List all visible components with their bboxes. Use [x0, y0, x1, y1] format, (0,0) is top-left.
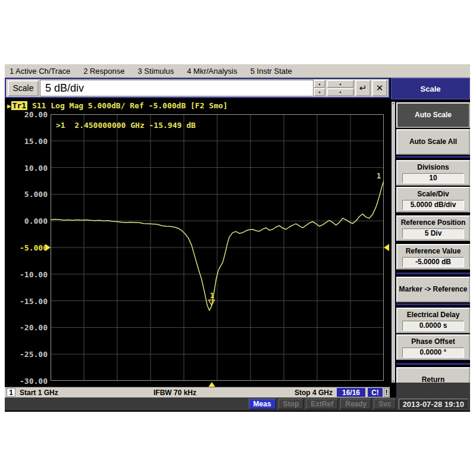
y-axis-tick-label: -5.000	[13, 243, 48, 252]
coarse-step-up-button[interactable]: ▲	[327, 80, 354, 88]
datetime-display: 2013-07-28 19:10	[399, 399, 468, 409]
softkey-label: Phase Offset	[411, 337, 455, 346]
y-axis-tick-label: 5.000	[13, 190, 48, 199]
y-axis-tick-label: -30.00	[13, 377, 48, 386]
trace-number-badge: Tr1	[11, 101, 27, 110]
y-axis-tick-label: 20.00	[13, 110, 48, 119]
softkey-value: 10	[402, 173, 464, 183]
softkey-reference-position[interactable]: Reference Position5 Div	[396, 215, 470, 241]
softkey-menu-title: Scale	[391, 78, 470, 99]
down-arrow-icon: ▼	[318, 90, 321, 94]
trace-status-line: ▶Tr1 S11 Log Mag 5.000dB/ Ref -5.000dB […	[7, 101, 228, 110]
y-axis-tick-label: -20.00	[13, 323, 48, 332]
up-arrow-icon: ▲	[339, 82, 342, 86]
active-trace-arrow-icon: ▶	[7, 102, 11, 110]
softkey-label: Divisions	[417, 163, 449, 172]
coarse-step-down-button[interactable]: ▼	[327, 88, 354, 96]
status-indicator-ready: Ready	[340, 399, 371, 409]
trace-settings-text: S11 Log Mag 5.000dB/ Ref -5.000dB [F2 Sm…	[27, 101, 228, 110]
calibration-badge: C!	[368, 388, 383, 397]
softkey-value: 0.0000 s	[402, 321, 464, 331]
sidebar-filler	[396, 383, 470, 397]
status-indicator-stop: Stop	[278, 399, 304, 409]
softkey-separator	[396, 156, 470, 158]
softkey-auto-scale-all[interactable]: Auto Scale All	[396, 129, 470, 155]
channel-status-bar: 1 Start 1 GHz IFBW 70 kHz Stop 4 GHz 16/…	[5, 387, 390, 397]
scroll-up-icon: ▲	[392, 102, 394, 105]
close-icon: ✕	[376, 83, 384, 93]
y-axis-tick-label: -15.00	[13, 297, 48, 306]
coarse-stepper: ▲ ▼	[327, 80, 354, 96]
alert-badge: !	[384, 388, 389, 397]
step-down-button[interactable]: ▼	[314, 88, 325, 96]
softkey-separator	[396, 363, 470, 365]
menu-item-stimulus[interactable]: 3 Stimulus	[138, 67, 174, 76]
fine-stepper: ▲ ▼	[314, 80, 325, 96]
down-arrow-icon: ▼	[339, 90, 342, 94]
scale-toolbar: Scale 5 dB/div ▲ ▼ ▲ ▼ ↵ ✕	[5, 78, 390, 98]
softkey-label: Reference Value	[406, 247, 461, 256]
softkey-auto-scale[interactable]: Auto Scale	[396, 102, 470, 128]
softkey-value: 5.0000 dB/div	[402, 200, 464, 210]
softkey-value: 5 Div	[402, 228, 464, 239]
reference-level-right-icon	[384, 244, 389, 251]
softkey-reference-value[interactable]: Reference Value-5.0000 dB	[396, 244, 470, 270]
toolbar-scale-label: Scale	[8, 80, 39, 96]
status-indicator-svc: Svc	[374, 399, 396, 409]
softkey-scrollbar[interactable]: ▲ ▼	[392, 102, 395, 383]
scroll-down-icon: ▼	[392, 380, 394, 383]
analyzer-screen: 1 Active Ch/Trace2 Response3 Stimulus4 M…	[5, 64, 470, 412]
softkey-label: Reference Position	[401, 218, 466, 227]
softkey-divisions[interactable]: Divisions10	[396, 160, 470, 186]
stop-frequency-label: Stop 4 GHz	[295, 389, 333, 397]
softkey-marker-reference[interactable]: Marker -> Reference	[396, 277, 470, 302]
softkey-scale-div[interactable]: Scale/Div5.0000 dB/div	[396, 187, 470, 212]
menu-item-response[interactable]: 2 Response	[83, 67, 124, 76]
display-area: ▶Tr1 S11 Log Mag 5.000dB/ Ref -5.000dB […	[5, 98, 390, 387]
softkey-electrical-delay[interactable]: Electrical Delay0.0000 s	[396, 308, 470, 333]
softkey-buttons: Auto ScaleAuto Scale AllDivisions10Scale…	[396, 101, 470, 394]
menu-item-instr[interactable]: 5 Instr State	[250, 67, 292, 76]
status-indicators: MeasStopExtRefReadySvc	[249, 399, 396, 409]
channel-number-badge: 1	[7, 388, 15, 397]
y-axis-tick-label: 0.000	[13, 217, 48, 226]
system-status-bar: MeasStopExtRefReadySvc 2013-07-28 19:10	[5, 397, 470, 411]
ifbw-label: IFBW 70 kHz	[154, 389, 196, 397]
menu-item-active[interactable]: 1 Active Ch/Trace	[10, 67, 70, 76]
enter-icon: ↵	[359, 83, 367, 93]
step-up-button[interactable]: ▲	[314, 80, 325, 88]
softkey-label: Scale/Div	[417, 190, 449, 199]
scale-entry-field[interactable]: 5 dB/div	[40, 80, 314, 96]
measurement-plot: 11	[51, 114, 384, 381]
softkey-separator	[396, 303, 470, 305]
enter-button[interactable]: ↵	[355, 80, 371, 96]
y-axis-tick-label: -10.00	[13, 270, 48, 279]
softkey-label: Auto Scale	[415, 111, 452, 120]
softkey-value: -5.0000 dB	[402, 257, 464, 267]
softkey-sidebar: Scale ▲ ▼ Auto ScaleAuto Scale AllDivisi…	[391, 78, 470, 397]
softkey-separator	[396, 273, 470, 274]
softkey-phase-offset[interactable]: Phase Offset0.0000 °	[396, 334, 470, 360]
up-arrow-icon: ▲	[318, 82, 321, 86]
svg-text:1: 1	[377, 172, 381, 180]
y-axis-tick-label: 15.00	[13, 137, 48, 146]
close-button[interactable]: ✕	[372, 80, 387, 96]
reference-level-left-icon	[45, 244, 51, 251]
svg-text:1: 1	[210, 292, 214, 300]
softkey-label: Marker -> Reference	[399, 285, 467, 294]
status-indicator-meas: Meas	[249, 399, 276, 409]
start-frequency-label: Start 1 GHz	[20, 389, 58, 397]
sweep-points-badge: 16/16	[337, 388, 365, 397]
y-axis-tick-label: 10.00	[13, 164, 48, 173]
softkey-label: Auto Scale All	[409, 137, 457, 146]
marker-readout: >1 2.450000000 GHz -15.949 dB	[56, 121, 196, 130]
menu-bar: 1 Active Ch/Trace2 Response3 Stimulus4 M…	[5, 64, 470, 78]
menu-item-mkr-analysis[interactable]: 4 Mkr/Analysis	[187, 67, 237, 76]
y-axis-tick-label: -25.00	[13, 350, 48, 359]
status-indicator-extref: ExtRef	[306, 399, 338, 409]
softkey-value: 0.0000 °	[402, 347, 464, 358]
softkey-label: Electrical Delay	[407, 311, 460, 320]
